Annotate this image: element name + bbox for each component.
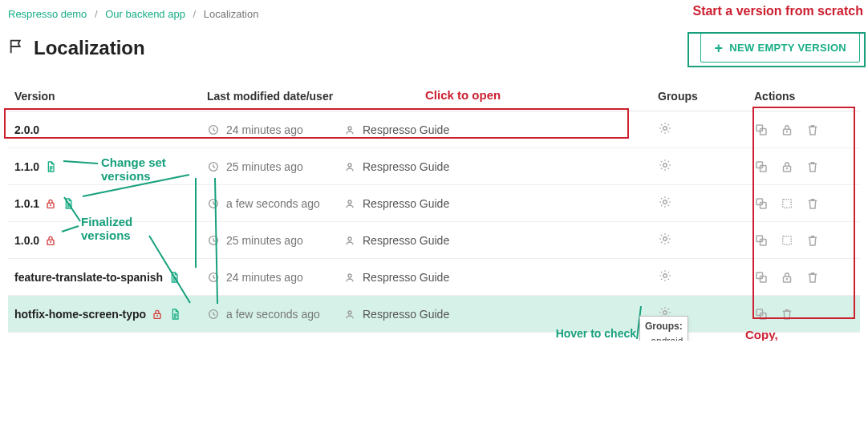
user-icon: [343, 271, 356, 284]
svg-point-6: [787, 131, 788, 131]
lock-icon: [44, 197, 57, 210]
page-title: Localization: [34, 37, 145, 59]
modified-user: Respresso Guide: [363, 271, 449, 284]
user-icon: [343, 308, 356, 321]
modified-time: a few seconds ago: [226, 308, 320, 321]
svg-rect-29: [783, 236, 792, 244]
col-groups: Groups: [651, 82, 748, 111]
modified-time: 25 minutes ago: [226, 234, 303, 247]
patch-icon[interactable]: [780, 196, 794, 211]
trash-icon[interactable]: [805, 233, 820, 248]
col-modified: Last modified date/user: [201, 82, 651, 111]
svg-rect-21: [783, 199, 792, 208]
gear-icon[interactable]: [658, 195, 672, 209]
modified-user: Respresso Guide: [363, 308, 449, 321]
svg-point-31: [348, 274, 351, 277]
svg-point-41: [663, 311, 667, 315]
svg-point-1: [348, 127, 351, 130]
version-name: 1.0.1: [14, 197, 39, 210]
clock-icon: [207, 123, 220, 136]
version-name: hotfix-home-screen-typo: [14, 308, 146, 321]
svg-point-25: [348, 237, 351, 240]
svg-point-38: [157, 315, 158, 316]
patch-icon[interactable]: [780, 233, 794, 248]
clock-icon: [207, 271, 220, 284]
new-button-label: NEW EMPTY VERSION: [729, 42, 846, 54]
modified-user: Respresso Guide: [363, 123, 449, 136]
clock-icon: [207, 234, 220, 247]
trash-icon[interactable]: [805, 160, 820, 174]
clock-icon: [207, 160, 220, 173]
svg-point-8: [348, 164, 351, 167]
clock-icon: [207, 308, 220, 321]
tooltip-item: - android: [645, 335, 683, 341]
lock-icon[interactable]: [780, 123, 794, 137]
lock-icon: [44, 234, 57, 247]
copy-icon[interactable]: [754, 307, 769, 321]
svg-point-2: [663, 127, 667, 131]
gear-icon[interactable]: [658, 121, 672, 135]
table-row[interactable]: 1.0.1a few seconds agoRespresso Guide: [8, 185, 860, 222]
versions-table: Version Last modified date/user Groups A…: [8, 82, 860, 333]
modified-time: a few seconds ago: [226, 197, 320, 210]
user-icon: [343, 197, 356, 210]
copy-icon[interactable]: [754, 123, 769, 137]
svg-point-23: [51, 241, 51, 242]
breadcrumb-current: Localization: [204, 8, 259, 20]
breadcrumb-link-0[interactable]: Respresso demo: [8, 8, 87, 20]
copy-icon[interactable]: [754, 270, 769, 285]
copy-icon[interactable]: [754, 196, 769, 211]
modified-user: Respresso Guide: [363, 197, 449, 210]
col-version: Version: [8, 82, 201, 111]
svg-point-13: [787, 168, 788, 168]
svg-point-9: [663, 164, 667, 168]
user-icon: [343, 123, 356, 136]
svg-point-17: [348, 200, 351, 204]
version-name: feature-translate-to-spanish: [14, 271, 163, 284]
groups-tooltip: Groups: - android - ios - json - jsonfla…: [639, 316, 688, 341]
svg-point-36: [787, 278, 788, 279]
breadcrumb: Respresso demo / Our backend app / Local…: [8, 5, 860, 28]
copy-icon[interactable]: [754, 233, 769, 248]
user-icon: [343, 160, 356, 173]
clock-icon: [207, 197, 220, 210]
svg-point-40: [348, 311, 351, 314]
modified-time: 25 minutes ago: [226, 160, 303, 173]
table-row[interactable]: 1.1.025 minutes agoRespresso Guide: [8, 148, 860, 185]
lock-icon[interactable]: [780, 160, 794, 174]
changeset-icon: [44, 160, 57, 173]
version-name: 1.0.0: [14, 234, 39, 247]
changeset-icon: [62, 197, 75, 210]
trash-icon[interactable]: [780, 307, 794, 321]
changeset-icon: [168, 308, 181, 321]
table-row[interactable]: hotfix-home-screen-typoa few seconds ago…: [8, 296, 860, 333]
version-name: 1.1.0: [14, 160, 39, 173]
trash-icon[interactable]: [805, 270, 820, 285]
svg-point-18: [663, 200, 667, 204]
modified-user: Respresso Guide: [363, 160, 449, 173]
gear-icon[interactable]: [658, 232, 672, 246]
table-row[interactable]: feature-translate-to-spanish24 minutes a…: [8, 259, 860, 296]
modified-time: 24 minutes ago: [226, 123, 303, 136]
copy-icon[interactable]: [754, 160, 769, 174]
lock-icon: [151, 308, 164, 321]
gear-icon[interactable]: [658, 158, 672, 172]
table-row[interactable]: 1.0.025 minutes agoRespresso Guide: [8, 222, 860, 259]
trash-icon[interactable]: [805, 123, 820, 137]
gear-icon[interactable]: [658, 269, 672, 283]
trash-icon[interactable]: [805, 196, 820, 211]
user-icon: [343, 234, 356, 247]
breadcrumb-link-1[interactable]: Our backend app: [105, 8, 185, 20]
lock-icon[interactable]: [780, 270, 794, 285]
flag-icon: [8, 38, 26, 58]
svg-point-32: [663, 274, 667, 278]
table-row[interactable]: 2.0.024 minutes agoRespresso Guide: [8, 111, 860, 148]
breadcrumb-sep: /: [95, 8, 98, 20]
changeset-icon: [168, 271, 180, 284]
tooltip-title: Groups:: [645, 320, 683, 333]
breadcrumb-sep: /: [193, 8, 197, 20]
new-empty-version-button[interactable]: + NEW EMPTY VERSION: [700, 33, 860, 63]
col-actions: Actions: [748, 82, 860, 111]
modified-time: 24 minutes ago: [226, 271, 303, 284]
svg-point-26: [663, 237, 667, 241]
